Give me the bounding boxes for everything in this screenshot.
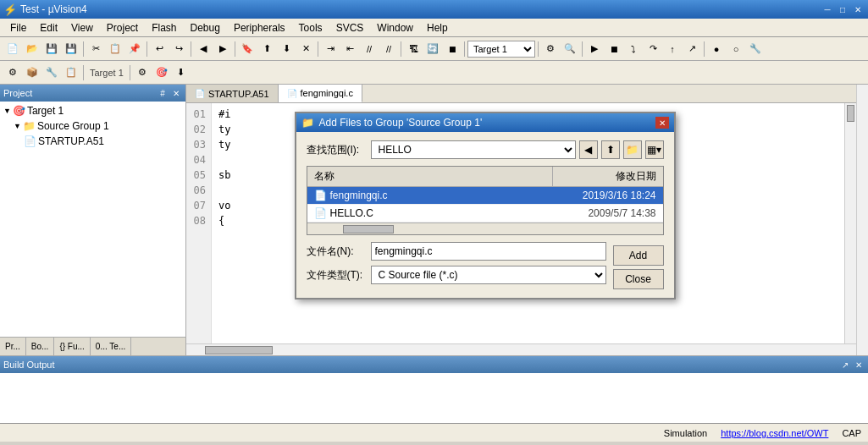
menu-file[interactable]: File <box>3 20 33 36</box>
nav-back-button[interactable]: ◀ <box>579 140 598 159</box>
save-all-btn[interactable]: 💾 <box>62 40 80 58</box>
unindent-btn[interactable]: ⇤ <box>340 40 359 58</box>
horizontal-scrollbar[interactable] <box>186 343 856 355</box>
tb2-btn1[interactable]: ⚙ <box>3 63 22 82</box>
nav-folder-button[interactable]: 📁 <box>623 140 642 159</box>
build-output-panel: Build Output ↗ ✕ <box>0 355 868 423</box>
tree-startup-file[interactable]: 📄 STARTUP.A51 <box>22 134 184 149</box>
col-name-header[interactable]: 名称 <box>307 167 553 186</box>
panel-tab-templates[interactable]: 0... Te... <box>91 338 131 355</box>
tb2-btn3[interactable]: 🔧 <box>42 63 61 82</box>
build-area <box>0 373 868 423</box>
menu-tools[interactable]: Tools <box>292 20 329 36</box>
stop-btn[interactable]: ⏹ <box>443 40 462 58</box>
dialog-close-btn[interactable]: Close <box>613 269 664 289</box>
nav-back-btn[interactable]: ◀ <box>194 40 213 58</box>
redo-btn[interactable]: ↪ <box>169 40 188 58</box>
menu-flash[interactable]: Flash <box>145 20 183 36</box>
tree-source-group[interactable]: ▼ 📁 Source Group 1 <box>12 118 184 134</box>
maximize-button[interactable]: □ <box>836 3 849 15</box>
debug-stop-btn[interactable]: ⏹ <box>605 40 623 58</box>
main-right-scrollbar[interactable] <box>856 85 868 355</box>
uncomment-btn[interactable]: // <box>379 40 398 58</box>
line-numbers: 01 02 03 04 05 06 07 08 <box>186 103 212 343</box>
build-close-button[interactable]: ✕ <box>853 359 865 371</box>
menu-view[interactable]: View <box>64 20 100 36</box>
file-row-hello[interactable]: 📄 HELLO.C 2009/5/7 14:38 <box>307 205 663 222</box>
debug-start-btn[interactable]: ▶ <box>585 40 604 58</box>
cap-label: CAP <box>842 428 861 438</box>
debug-out-btn[interactable]: ↑ <box>663 40 682 58</box>
close-button[interactable]: ✕ <box>851 3 865 15</box>
expand-group-icon: ▼ <box>14 122 21 130</box>
nav-up-button[interactable]: ⬆ <box>601 140 620 159</box>
filetype-select[interactable]: C Source file (*.c) All files (*.*) <box>371 266 606 284</box>
comment-btn[interactable]: // <box>360 40 379 58</box>
panel-close-button[interactable]: ✕ <box>170 87 182 99</box>
startup-tab-label: STARTUP.A51 <box>208 89 269 99</box>
build-btn[interactable]: 🏗 <box>404 40 423 58</box>
settings-btn[interactable]: 🔧 <box>746 40 765 58</box>
editor-tab-fengmingqi[interactable]: 📄 fengmingqi.c <box>279 85 362 102</box>
menu-debug[interactable]: Debug <box>184 20 227 36</box>
cut-btn[interactable]: ✂ <box>86 40 105 58</box>
panel-tab-project[interactable]: Pr... <box>0 338 26 355</box>
breakpoint-btn[interactable]: ● <box>707 40 726 58</box>
minimize-button[interactable]: ─ <box>821 3 834 15</box>
debug-run-cursor-btn[interactable]: ↗ <box>683 40 701 58</box>
file-list-hscrollbar-thumb[interactable] <box>343 225 394 233</box>
menu-svcs[interactable]: SVCS <box>329 20 371 36</box>
tb2-btn2[interactable]: 📦 <box>23 63 41 82</box>
options-btn[interactable]: ⚙ <box>541 40 560 58</box>
panel-tab-functions[interactable]: {} Fu... <box>54 338 90 355</box>
add-button[interactable]: Add <box>613 245 664 266</box>
open-file-btn[interactable]: 📂 <box>23 40 41 58</box>
menu-project[interactable]: Project <box>100 20 145 36</box>
menu-peripherals[interactable]: Peripherals <box>227 20 292 36</box>
new-file-btn[interactable]: 📄 <box>3 40 22 58</box>
location-dropdown[interactable]: HELLO <box>371 140 576 159</box>
col-date-header[interactable]: 修改日期 <box>553 167 663 186</box>
tb2-load-btn[interactable]: ⬇ <box>172 63 191 82</box>
tree-target[interactable]: ▼ 🎯 Target 1 <box>2 103 184 118</box>
bookmark-prev-btn[interactable]: ⬆ <box>257 40 276 58</box>
copy-btn[interactable]: 📋 <box>106 40 124 58</box>
panel-tab-books[interactable]: Bo... <box>26 338 55 355</box>
expand-icon: ▼ <box>3 107 11 115</box>
rebuild-btn[interactable]: 🔄 <box>423 40 442 58</box>
target-dropdown[interactable]: Target 1 <box>467 41 535 58</box>
bookmark-clear-btn[interactable]: ✕ <box>296 40 315 58</box>
panel-pin-button[interactable]: # <box>157 87 169 99</box>
right-scrollbar[interactable] <box>844 103 856 343</box>
tb2-target-btn[interactable]: 🎯 <box>152 63 171 82</box>
filename-input[interactable] <box>371 242 606 261</box>
dialog-close-button[interactable]: ✕ <box>655 117 669 129</box>
breakpoint-clear-btn[interactable]: ○ <box>727 40 745 58</box>
find-btn[interactable]: 🔍 <box>561 40 579 58</box>
indent-btn[interactable]: ⇥ <box>321 40 340 58</box>
panel-tabs: Pr... Bo... {} Fu... 0... Te... <box>0 337 185 355</box>
bookmark-next-btn[interactable]: ⬇ <box>277 40 296 58</box>
file-list-header: 名称 修改日期 <box>307 167 663 187</box>
bookmark-btn[interactable]: 🔖 <box>238 40 257 58</box>
tb2-options-btn[interactable]: ⚙ <box>133 63 152 82</box>
menu-window[interactable]: Window <box>370 20 420 36</box>
line-num-2: 02 <box>191 122 206 137</box>
source-group-label: Source Group 1 <box>37 120 109 132</box>
tb2-btn4[interactable]: 📋 <box>62 63 80 82</box>
build-pin-button[interactable]: ↗ <box>839 359 851 371</box>
paste-btn[interactable]: 📌 <box>125 40 144 58</box>
undo-btn[interactable]: ↩ <box>150 40 169 58</box>
editor-tab-startup[interactable]: 📄 STARTUP.A51 <box>186 85 279 102</box>
menu-edit[interactable]: Edit <box>33 20 64 36</box>
file-list-hscrollbar[interactable] <box>307 222 663 234</box>
save-btn[interactable]: 💾 <box>42 40 61 58</box>
scrollbar-thumb[interactable] <box>847 105 854 122</box>
nav-options-button[interactable]: ▦▾ <box>645 140 664 159</box>
debug-over-btn[interactable]: ↷ <box>644 40 662 58</box>
nav-fwd-btn[interactable]: ▶ <box>213 40 232 58</box>
debug-step-btn[interactable]: ⤵ <box>624 40 643 58</box>
file-row-fengmingqi[interactable]: 📄 fengmingqi.c 2019/3/16 18:24 <box>307 187 663 205</box>
menu-help[interactable]: Help <box>420 20 455 36</box>
h-scrollbar-thumb[interactable] <box>205 346 273 354</box>
